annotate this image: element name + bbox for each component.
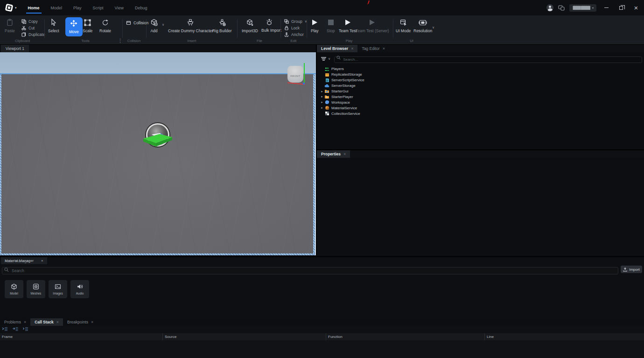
category-audio[interactable]: Audio [70, 280, 89, 298]
create-dummy-character-button[interactable]: Create Dummy Character [168, 18, 213, 33]
close-icon[interactable]: × [91, 320, 93, 324]
category-model[interactable]: Model [5, 280, 23, 298]
expand-caret-icon[interactable]: ▸ [320, 106, 324, 110]
paste-button[interactable]: Paste [5, 18, 15, 33]
menu-home[interactable]: Home [23, 1, 44, 14]
tree-item-replicated-storage[interactable]: ReplicatedStorage [317, 72, 644, 77]
team-test-button[interactable]: Team Test [339, 18, 357, 33]
rotate-tool-button[interactable]: Rotate [99, 18, 111, 33]
callstack-body[interactable] [0, 340, 644, 358]
menu-script[interactable]: Script [88, 1, 108, 14]
add-button[interactable]: Add [150, 18, 158, 33]
close-icon[interactable]: × [24, 320, 26, 324]
expand-caret-icon[interactable]: ▸ [320, 90, 324, 93]
tab-call-stack[interactable]: Call Stack × [30, 318, 63, 326]
section-label-clipboard: Clipboard [15, 39, 30, 43]
lock-icon [284, 26, 289, 30]
explorer-search-input[interactable] [334, 56, 642, 63]
team-test-server-button[interactable]: Team Test (Server) [356, 18, 389, 33]
minimize-button[interactable] [601, 3, 611, 13]
import-button[interactable]: Import [621, 266, 642, 273]
viewport-tab[interactable]: Viewport 1 [1, 45, 29, 52]
resolution-button[interactable]: Resolution [413, 18, 432, 33]
tree-item-material-service[interactable]: ▸ MaterialService [317, 105, 644, 111]
duplicate-button[interactable]: Duplicate [21, 32, 45, 37]
move-tool-button[interactable]: Move [65, 17, 83, 36]
column-function[interactable]: Function [326, 333, 485, 340]
tree-item-starter-player[interactable]: ▸ StarterPlayer [317, 94, 644, 99]
column-line[interactable]: Line [485, 333, 644, 340]
level-browser-tabbar: Level Browser × Tag Editor × [317, 45, 644, 52]
column-frame[interactable]: Frame [0, 333, 163, 340]
show-external-frames-icon[interactable] [2, 327, 8, 332]
menu-view[interactable]: View [110, 1, 128, 14]
viewport-3d-canvas[interactable]: FRONT [0, 52, 316, 255]
account-switcher[interactable]: ████ █████ ▾ [569, 4, 596, 12]
tools-overflow-button[interactable]: ⋮ [118, 38, 123, 44]
spawn-location-object[interactable] [142, 122, 175, 151]
group-button[interactable]: Group ∨ [284, 19, 307, 24]
tree-item-workspace[interactable]: ▸ Workspace [317, 99, 644, 105]
close-icon[interactable]: × [351, 46, 353, 51]
collision-toggle[interactable]: Collision [126, 20, 148, 25]
category-images[interactable]: Images [49, 280, 67, 298]
play-button[interactable]: Play [311, 18, 319, 33]
cut-button[interactable]: Cut [21, 26, 35, 30]
user-avatar[interactable] [546, 4, 553, 11]
select-tool-button[interactable]: Select [48, 18, 59, 33]
rig-builder-button[interactable]: Rig Builder [212, 18, 232, 33]
jump-to-current-frame-icon[interactable] [12, 327, 18, 332]
app-logo[interactable]: ▾ [6, 4, 17, 11]
asset-search-input[interactable] [2, 267, 618, 274]
copy-call-stack-icon[interactable] [22, 327, 28, 332]
expand-caret-icon[interactable]: ▸ [320, 100, 324, 104]
tab-properties[interactable]: Properties × [317, 150, 350, 158]
expand-caret-icon[interactable]: ▸ [320, 95, 324, 98]
close-icon[interactable]: × [41, 259, 43, 263]
tab-asset-manager[interactable]: Asset Manager Material Manager × [1, 257, 47, 264]
close-icon[interactable]: × [383, 46, 385, 51]
column-source[interactable]: Source [163, 333, 326, 340]
asset-manager-search-row: Import [2, 266, 642, 273]
logo-caret-icon[interactable]: ▾ [15, 6, 17, 10]
lock-button[interactable]: Lock [284, 26, 300, 30]
explorer-filter-row: ∨ [321, 55, 642, 62]
gizmo-cube [287, 66, 303, 83]
ui-mode-button[interactable]: UI Mode [396, 18, 411, 33]
group-icon [284, 19, 289, 24]
tree-item-server-storage[interactable]: ServerStorage [317, 83, 644, 89]
collaboration-icon[interactable] [558, 5, 565, 11]
close-button[interactable]: × [631, 3, 641, 13]
menu-model[interactable]: Model [46, 1, 67, 14]
close-icon[interactable]: × [343, 152, 346, 156]
menu-debug[interactable]: Debug [130, 1, 152, 14]
category-meshes[interactable]: Meshes [27, 280, 45, 298]
tab-level-browser[interactable]: Level Browser × [317, 45, 357, 52]
tree-item-players[interactable]: Players [317, 66, 644, 72]
scale-tool-button[interactable]: Scale [83, 18, 92, 33]
close-icon[interactable]: × [56, 320, 59, 324]
roblox-logo-icon [5, 4, 14, 12]
stop-button[interactable]: Stop [327, 18, 335, 33]
tab-breakpoints[interactable]: Breakpoints × [63, 318, 98, 326]
callstack-toolbar [2, 327, 28, 332]
bulk-import-button[interactable]: Bulk Import [261, 18, 277, 33]
copy-button[interactable]: Copy [21, 19, 38, 24]
menu-play[interactable]: Play [69, 1, 86, 14]
asset-categories: Model Meshes Images Audio [5, 280, 89, 298]
tab-problems[interactable]: Problems × [0, 318, 30, 326]
anchor-button[interactable]: Anchor [284, 32, 304, 37]
tree-item-collection-service[interactable]: CollectionService [317, 111, 644, 116]
import-3d-button[interactable]: Import3D [242, 18, 258, 33]
add-icon [150, 18, 158, 27]
tree-item-server-script-service[interactable]: ServerScriptService [317, 77, 644, 83]
resolution-dropdown-chevron-icon[interactable]: ∨ [432, 26, 434, 29]
view-orientation-gizmo[interactable]: FRONT [286, 62, 314, 89]
filter-button[interactable]: ∨ [321, 56, 330, 61]
copy-icon [21, 19, 26, 24]
tree-item-starter-gui[interactable]: ▸ StarterGui [317, 89, 644, 94]
restore-button[interactable] [616, 3, 626, 13]
add-dropdown-chevron-icon[interactable]: ∨ [162, 23, 164, 27]
gizmo-face-label: FRONT [287, 75, 304, 77]
tab-tag-editor[interactable]: Tag Editor × [357, 45, 389, 52]
